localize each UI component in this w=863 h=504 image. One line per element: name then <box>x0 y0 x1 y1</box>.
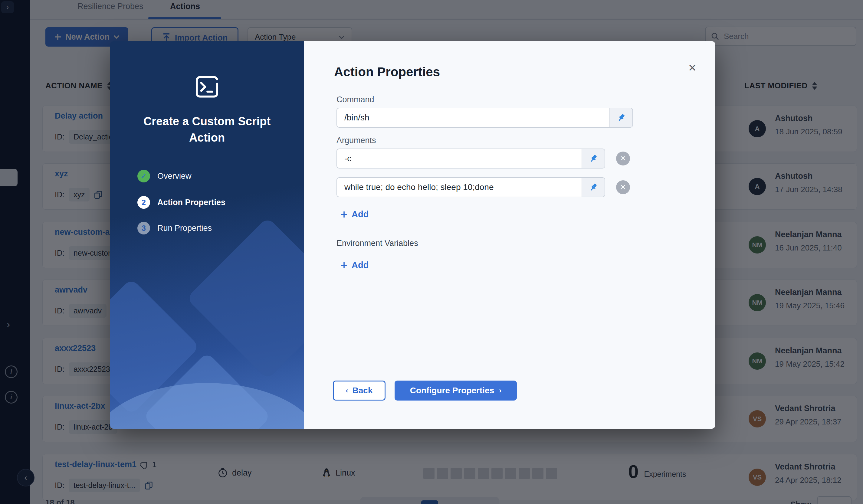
environment-variables-label: Environment Variables <box>337 239 418 248</box>
command-input[interactable] <box>337 108 610 127</box>
step-label: Action Properties <box>157 198 225 207</box>
command-label: Command <box>337 95 374 104</box>
remove-argument-button[interactable]: ✕ <box>616 152 630 165</box>
chevron-left-icon: ‹ <box>346 386 348 395</box>
argument-field <box>337 177 605 197</box>
pushpin-icon <box>617 113 626 122</box>
arguments-label: Arguments <box>337 136 376 145</box>
step-label: Run Properties <box>157 224 212 233</box>
action-properties-panel: ✕ Action Properties Command Arguments <box>304 41 715 429</box>
step-run-properties[interactable]: 3 Run Properties <box>137 222 212 235</box>
add-environment-variable-button[interactable]: Add <box>340 260 368 270</box>
app-screen: › › i i ‹ Resilience Probes Actions New … <box>0 0 863 504</box>
panel-title: Action Properties <box>334 65 440 79</box>
step-done-check-icon: ✓ <box>137 170 150 182</box>
plus-icon <box>340 261 348 269</box>
step-label: Overview <box>157 172 191 181</box>
argument-input-1[interactable] <box>337 149 581 168</box>
watermark-diamond <box>186 217 304 379</box>
add-label: Add <box>352 260 368 270</box>
pin-button[interactable] <box>581 178 604 197</box>
wizard-title: Create a Custom Script Action <box>136 113 278 146</box>
add-argument-button[interactable]: Add <box>340 209 368 219</box>
back-label: Back <box>352 386 373 395</box>
chevron-right-icon: › <box>499 386 501 395</box>
create-custom-script-action-modal: Create a Custom Script Action ✓ Overview… <box>110 41 715 429</box>
command-field <box>337 108 633 128</box>
wizard-sidebar: Create a Custom Script Action ✓ Overview… <box>110 41 304 429</box>
configure-properties-button[interactable]: Configure Properties › <box>395 381 517 401</box>
plus-icon <box>340 211 348 218</box>
back-button[interactable]: ‹ Back <box>333 381 386 401</box>
remove-argument-button[interactable]: ✕ <box>616 180 630 194</box>
configure-properties-label: Configure Properties <box>410 386 494 395</box>
step-number: 3 <box>137 222 150 235</box>
pushpin-icon <box>589 183 598 192</box>
argument-input-2[interactable] <box>337 178 581 197</box>
argument-field <box>337 149 605 168</box>
step-overview[interactable]: ✓ Overview <box>137 170 191 182</box>
step-action-properties[interactable]: 2 Action Properties <box>137 196 225 209</box>
add-label: Add <box>352 209 368 219</box>
pin-button[interactable] <box>610 108 633 127</box>
terminal-icon <box>196 76 218 99</box>
pushpin-icon <box>589 154 598 163</box>
pin-button[interactable] <box>581 149 604 168</box>
step-number: 2 <box>137 196 150 209</box>
close-icon[interactable]: ✕ <box>685 61 700 75</box>
